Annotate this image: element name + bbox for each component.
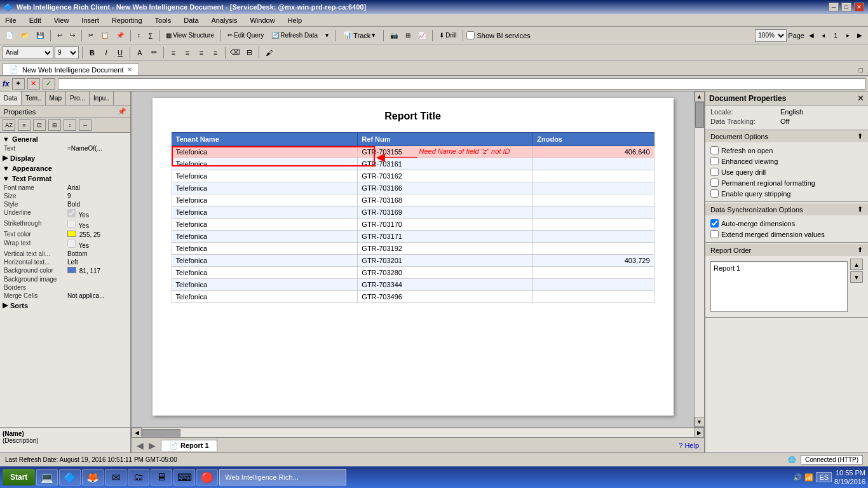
font-color-button[interactable]: A	[133, 46, 146, 59]
font-select[interactable]: Arial	[3, 46, 53, 59]
horizontal-scrollbar[interactable]: ◀ ▶	[132, 427, 704, 437]
cut-button[interactable]: ✂	[85, 29, 97, 43]
minimize-button[interactable]: ─	[829, 3, 839, 11]
menu-help[interactable]: Help	[285, 16, 305, 25]
formula-helper[interactable]: 🖌	[262, 46, 275, 59]
taskbar-app-bi[interactable]: 🔷	[59, 469, 81, 485]
menu-analysis[interactable]: Analysis	[209, 16, 240, 25]
element-button[interactable]: ⊞	[402, 29, 414, 43]
panel-tab-properties[interactable]: Pro...	[66, 92, 90, 105]
formula-confirm-button[interactable]: ✓	[43, 78, 55, 90]
formula-cancel-button[interactable]: ✕	[27, 78, 40, 90]
use-query-drill-checkbox[interactable]	[710, 168, 719, 176]
enhanced-viewing-checkbox[interactable]	[710, 157, 719, 165]
show-bi-services-checkbox[interactable]	[466, 31, 475, 39]
prop-action-button[interactable]: ↕	[64, 119, 76, 131]
maximize-button[interactable]: □	[841, 3, 851, 11]
report-canvas[interactable]: Report Title Tenant Name Ref Num Znodos	[132, 92, 694, 427]
taskbar-app-email[interactable]: ✉	[105, 469, 126, 485]
section-appearance[interactable]: ▼ Appearance	[1, 163, 129, 173]
align-left-button[interactable]: ≡	[167, 46, 180, 59]
align-right-button[interactable]: ≡	[195, 46, 208, 59]
menu-data[interactable]: Data	[181, 16, 201, 25]
zoom-select[interactable]: 100%75%150%	[755, 29, 787, 42]
panel-tab-map[interactable]: Map	[46, 92, 66, 105]
language-badge[interactable]: ES	[816, 472, 832, 482]
taskbar-app-computer[interactable]: 💻	[36, 469, 58, 485]
prop-sort-cat-button[interactable]: ≡	[18, 119, 31, 131]
help-label[interactable]: ? Help	[679, 442, 699, 449]
hscroll-thumb[interactable]	[142, 429, 180, 437]
size-select[interactable]: 9	[55, 46, 79, 59]
menu-window[interactable]: Window	[247, 16, 277, 25]
refresh-dropdown[interactable]: ▾	[322, 29, 332, 43]
justify-button[interactable]: ≡	[209, 46, 222, 59]
report-tab-next[interactable]: ▶	[146, 440, 158, 451]
data-sync-header[interactable]: Data Synchronization Options ⬆	[705, 203, 868, 215]
view-structure-button[interactable]: ▦ View Structure	[163, 29, 217, 43]
italic-button[interactable]: I	[100, 46, 112, 59]
taskbar-app-keyboard[interactable]: ⌨	[173, 469, 195, 485]
filter-button[interactable]: ∑	[145, 29, 156, 43]
redo-button[interactable]: ↪	[67, 29, 78, 43]
scroll-down-button[interactable]: ▼	[695, 417, 705, 427]
section-display[interactable]: ▶ Display	[1, 152, 129, 163]
prop-align-left-button[interactable]: ⊡	[33, 119, 46, 131]
taskbar-doc-item[interactable]: Web Intelligence Rich...	[219, 469, 346, 485]
enable-query-stripping-checkbox[interactable]	[710, 189, 719, 198]
scroll-thumb[interactable]	[695, 102, 704, 128]
refresh-data-button[interactable]: 🔄 Refresh Data	[268, 29, 321, 43]
taskbar-app-firefox[interactable]: 🦊	[82, 469, 104, 485]
panel-tab-input[interactable]: Inpu..	[90, 92, 114, 105]
prop-action2-button[interactable]: ↔	[79, 119, 92, 131]
open-button[interactable]: 📂	[18, 29, 32, 43]
taskbar-app-folder[interactable]: 🗂	[128, 469, 149, 485]
copy-button[interactable]: 📋	[98, 29, 112, 43]
report-order-list[interactable]: Report 1	[710, 261, 848, 312]
scroll-track[interactable]	[695, 102, 705, 417]
merge-button[interactable]: ⊟	[243, 46, 255, 59]
section-general[interactable]: ▼ General	[1, 134, 129, 144]
section-text-format[interactable]: ▼ Text Format	[1, 173, 129, 184]
underline-button[interactable]: U	[114, 46, 126, 59]
new-button[interactable]: 📄	[3, 29, 17, 43]
canvas-vertical-scrollbar[interactable]: ▲ ▼	[694, 92, 704, 427]
drill-button[interactable]: ⬇ Drill	[436, 29, 459, 43]
panel-tab-templates[interactable]: Tem..	[22, 92, 45, 105]
hscroll-right-button[interactable]: ▶	[694, 428, 704, 438]
menu-reporting[interactable]: Reporting	[109, 16, 145, 25]
page-prev-button[interactable]: ◀	[806, 29, 817, 43]
hscroll-left-button[interactable]: ◀	[132, 428, 142, 438]
doc-tab-active[interactable]: 📄 New Web Intelligence Document ✕	[3, 64, 139, 75]
auto-merge-checkbox[interactable]	[710, 219, 719, 227]
chart-button[interactable]: 📈	[415, 29, 429, 43]
report-tab-1[interactable]: 📄 Report 1	[161, 440, 217, 451]
hscroll-track[interactable]	[142, 428, 694, 437]
menu-file[interactable]: File	[3, 16, 19, 25]
extend-merged-checkbox[interactable]	[710, 230, 719, 238]
menu-edit[interactable]: Edit	[27, 16, 44, 25]
page-prev-fast[interactable]: ◂	[818, 29, 828, 43]
paste-button[interactable]: 📌	[113, 29, 127, 43]
page-next-fast[interactable]: ▸	[843, 29, 853, 43]
panel-tab-data[interactable]: Data	[0, 92, 22, 105]
taskbar-app-ball[interactable]: 🔴	[196, 469, 218, 485]
text-wrap-button[interactable]: ⌫	[229, 46, 241, 59]
section-sorts[interactable]: ▶ Sorts	[1, 300, 129, 311]
report-tab-prev[interactable]: ◀	[134, 440, 146, 451]
menu-tools[interactable]: Tools	[153, 16, 174, 25]
taskbar-app-monitor[interactable]: 🖥	[151, 469, 172, 485]
start-button[interactable]: Start	[3, 469, 35, 485]
report-order-item-1[interactable]: Report 1	[714, 264, 844, 272]
permanent-regional-checkbox[interactable]	[710, 179, 719, 187]
prop-sort-alpha-button[interactable]: AZ	[3, 119, 15, 131]
menu-insert[interactable]: Insert	[79, 16, 102, 25]
report-order-header[interactable]: Report Order ⬆	[705, 244, 868, 256]
show-bi-services-label[interactable]: Show BI services	[466, 31, 530, 39]
undo-button[interactable]: ↩	[54, 29, 65, 43]
scroll-up-button[interactable]: ▲	[695, 92, 705, 102]
right-panel-scrollbar[interactable]	[858, 92, 868, 452]
highlight-button[interactable]: ✏	[147, 46, 160, 59]
formula-add-button[interactable]: ✦	[12, 78, 25, 90]
sort-button[interactable]: ↕	[134, 29, 144, 43]
